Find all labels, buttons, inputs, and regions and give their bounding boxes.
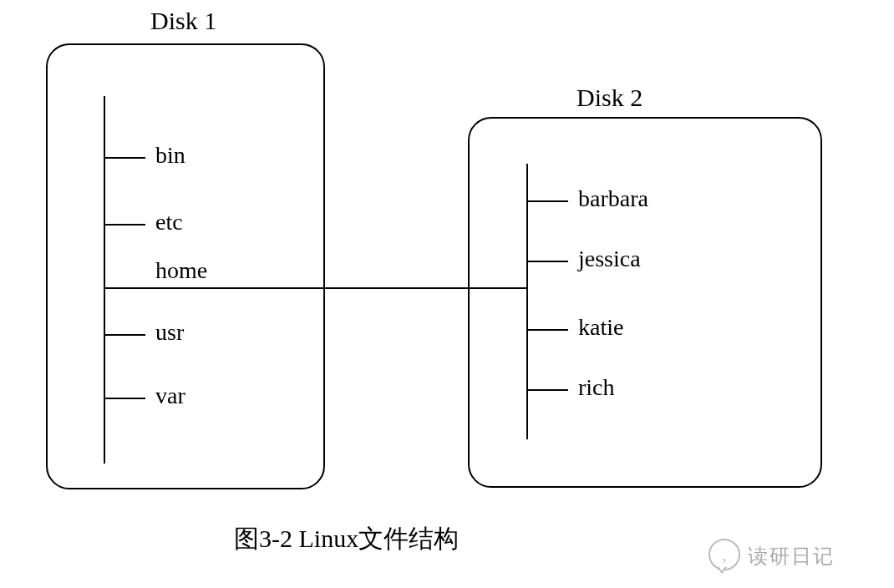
disk2-box	[468, 117, 822, 488]
home-to-disk2-connector	[104, 287, 526, 289]
disk2-label-jessica: jessica	[578, 246, 641, 272]
disk2-label-barbara: barbara	[578, 185, 648, 212]
watermark-text: 读研日记	[748, 543, 835, 570]
disk2-branch-jessica	[526, 261, 568, 262]
disk1-branch-etc	[104, 224, 145, 226]
disk1-tree-spine	[104, 96, 105, 464]
disk2-branch-rich	[526, 389, 568, 391]
disk1-branch-usr	[104, 334, 145, 336]
figure-caption: 图3-2 Linux文件结构	[234, 522, 459, 556]
diagram-canvas: Disk 1 bin etc home usr var Disk 2 barba…	[0, 0, 894, 588]
disk1-label-usr: usr	[155, 319, 184, 346]
watermark-bubble-glyph: ,	[723, 545, 727, 565]
disk2-label-katie: katie	[578, 314, 623, 341]
disk2-branch-barbara	[526, 200, 568, 202]
disk2-label-rich: rich	[578, 374, 615, 401]
disk2-branch-katie	[526, 329, 568, 331]
disk1-label-var: var	[155, 383, 185, 409]
disk1-label-etc: etc	[155, 209, 183, 236]
disk2-title: Disk 2	[577, 84, 643, 112]
disk1-title: Disk 1	[150, 7, 216, 35]
disk1-branch-bin	[104, 157, 145, 159]
disk1-label-home: home	[155, 257, 207, 284]
disk1-branch-var	[104, 398, 145, 399]
disk2-tree-spine	[526, 164, 528, 439]
watermark-bubble-tail-inner	[719, 566, 725, 571]
disk1-label-bin: bin	[155, 142, 185, 169]
